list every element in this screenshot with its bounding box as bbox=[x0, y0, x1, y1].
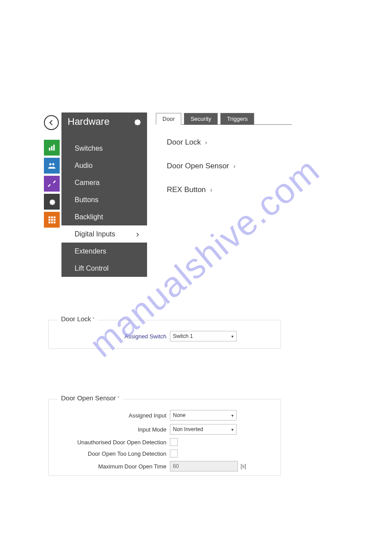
sidebar-item-label: Camera bbox=[75, 179, 100, 187]
form-row-unauth-detection: Unauthorised Door Open Detection bbox=[56, 438, 273, 446]
link-rex-button[interactable]: REX Button bbox=[167, 185, 292, 194]
label-assigned-switch: Assigned Switch bbox=[56, 333, 170, 340]
select-value: None bbox=[173, 412, 186, 418]
unit-seconds: [s] bbox=[241, 463, 246, 469]
sidebar-item-switches[interactable]: Switches bbox=[61, 140, 147, 157]
sidebar-item-label: Lift Control bbox=[75, 265, 108, 272]
sidebar-item-camera[interactable]: Camera bbox=[61, 174, 147, 191]
form-row-max-open-time: Maximum Door Open Time 60 [s] bbox=[56, 461, 273, 472]
form-row-toolong-detection: Door Open Too Long Detection bbox=[56, 450, 273, 457]
select-value: Switch 1 bbox=[173, 333, 193, 339]
sidebar-item-label: Audio bbox=[75, 162, 93, 170]
tab-label: Security bbox=[191, 116, 211, 122]
input-max-open-time[interactable]: 60 bbox=[170, 461, 238, 472]
tab-door[interactable]: Door bbox=[156, 113, 181, 125]
sidebar-item-label: Backlight bbox=[75, 213, 103, 221]
fieldset-door-open-sensor: Door Open Sensor Assigned Input None Inp… bbox=[48, 399, 281, 476]
gear-icon[interactable] bbox=[132, 117, 142, 127]
form-row-assigned-input: Assigned Input None bbox=[56, 410, 273, 421]
sidebar-item-lift-control[interactable]: Lift Control bbox=[61, 260, 147, 277]
sidebar-item-buttons[interactable]: Buttons bbox=[61, 191, 147, 208]
label-toolong-detection: Door Open Too Long Detection bbox=[56, 450, 170, 457]
sidebar-item-backlight[interactable]: Backlight bbox=[61, 208, 147, 225]
tab-security[interactable]: Security bbox=[184, 113, 218, 125]
sidebar-items: Switches Audio Camera Buttons Backlight … bbox=[61, 131, 147, 277]
sidebar-item-audio[interactable]: Audio bbox=[61, 157, 147, 174]
select-value: Non Inverted bbox=[173, 426, 203, 432]
sidebar: Hardware Switches Audio Camera Buttons B… bbox=[61, 112, 147, 277]
tabs: Door Security Triggers bbox=[156, 112, 292, 125]
sidebar-item-label: Buttons bbox=[75, 196, 98, 204]
link-door-lock[interactable]: Door Lock bbox=[167, 138, 292, 147]
fieldset-legend-door-lock[interactable]: Door Lock bbox=[58, 315, 98, 323]
input-value: 60 bbox=[173, 463, 179, 469]
back-button[interactable] bbox=[44, 115, 59, 130]
section-links: Door Lock Door Open Sensor REX Button bbox=[156, 125, 292, 194]
link-door-open-sensor[interactable]: Door Open Sensor bbox=[167, 162, 292, 170]
sidebar-item-extenders[interactable]: Extenders bbox=[61, 243, 147, 260]
arrow-left-icon bbox=[48, 119, 55, 126]
form-row-assigned-switch: Assigned Switch Switch 1 bbox=[56, 331, 273, 341]
form-row-input-mode: Input Mode Non Inverted bbox=[56, 424, 273, 435]
sidebar-header: Hardware bbox=[61, 112, 147, 131]
label-assigned-input: Assigned Input bbox=[56, 412, 170, 419]
label-max-open-time: Maximum Door Open Time bbox=[56, 463, 170, 470]
sidebar-item-label: Digital Inputs bbox=[75, 230, 115, 238]
tab-label: Triggers bbox=[227, 116, 248, 122]
sidebar-item-label: Extenders bbox=[75, 247, 106, 255]
sidebar-item-digital-inputs[interactable]: Digital Inputs bbox=[61, 225, 147, 243]
fieldset-legend-door-open-sensor[interactable]: Door Open Sensor bbox=[58, 394, 123, 402]
label-unauth-detection: Unauthorised Door Open Detection bbox=[56, 439, 170, 446]
checkbox-toolong-detection[interactable] bbox=[170, 450, 178, 457]
fieldset-door-lock: Door Lock Assigned Switch Switch 1 bbox=[48, 320, 281, 349]
select-assigned-switch[interactable]: Switch 1 bbox=[170, 331, 237, 341]
tab-label: Door bbox=[162, 116, 175, 122]
main-area: Door Security Triggers Door Lock Door Op… bbox=[156, 112, 292, 209]
select-assigned-input[interactable]: None bbox=[170, 410, 237, 421]
tab-triggers[interactable]: Triggers bbox=[220, 113, 254, 125]
checkbox-unauth-detection[interactable] bbox=[170, 438, 178, 446]
label-input-mode: Input Mode bbox=[56, 426, 170, 433]
sidebar-title: Hardware bbox=[68, 116, 109, 127]
sidebar-item-label: Switches bbox=[75, 145, 103, 152]
select-input-mode[interactable]: Non Inverted bbox=[170, 424, 237, 435]
